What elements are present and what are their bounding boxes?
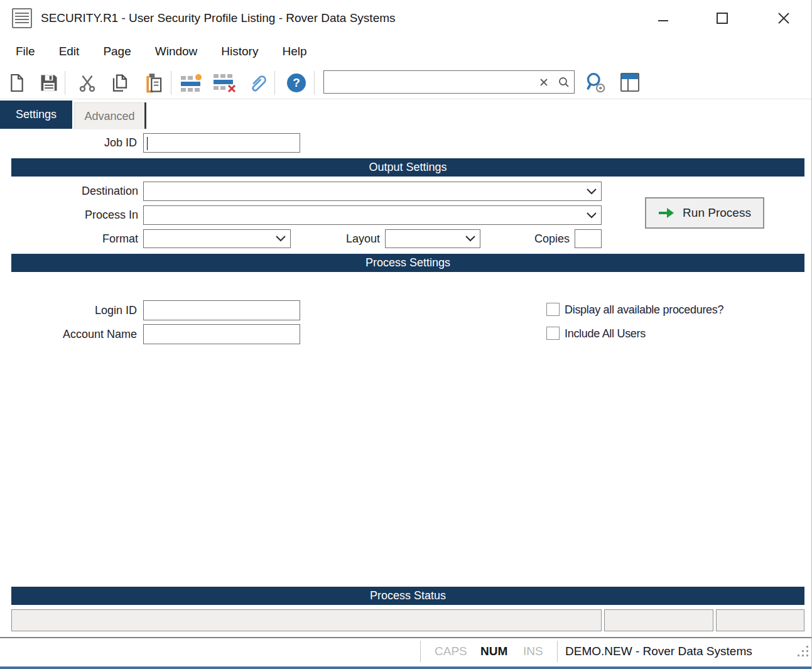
minimize-icon [658,13,669,24]
menu-page[interactable]: Page [103,45,131,58]
run-arrow-icon [658,207,674,219]
format-label: Format [0,229,138,248]
toolbar: ? [0,67,811,99]
process-status-field-3 [716,609,804,631]
tab-settings[interactable]: Settings [0,101,72,129]
resize-grip[interactable] [798,646,808,656]
process-settings-header: Process Settings [11,254,804,272]
cut-icon[interactable] [76,72,99,94]
copies-label: Copies [477,229,570,248]
new-document-icon[interactable] [6,72,28,94]
close-button[interactable] [770,6,798,30]
clear-search-icon[interactable] [534,71,554,93]
maximize-button[interactable] [708,6,736,30]
title-bar: SECURITY.R1 - User Security Profile List… [0,0,811,36]
layout-icon[interactable] [620,73,639,92]
paste-icon[interactable] [143,72,165,94]
close-icon [777,12,790,24]
caps-indicator: CAPS [435,638,467,665]
chevron-down-icon [582,188,601,195]
run-process-label: Run Process [683,206,751,220]
search-input[interactable] [324,71,534,93]
include-all-users-checkbox[interactable] [546,327,560,340]
chevron-down-icon [271,236,290,242]
layout-dropdown[interactable] [385,229,480,248]
window-title: SECURITY.R1 - User Security Profile List… [41,11,396,25]
advanced-search-icon[interactable] [584,72,607,94]
toolbar-separator [274,71,275,95]
copies-field[interactable] [575,229,602,248]
tab-separator [144,102,146,129]
destination-label: Destination [0,182,138,201]
window-bottom-border [0,666,811,669]
menu-help[interactable]: Help [282,45,306,58]
save-icon[interactable] [38,72,60,94]
account-name-label: Account Name [0,324,137,344]
minimize-button[interactable] [649,6,677,30]
process-status-message-field [11,609,602,631]
toolbar-separator [65,71,65,95]
process-status-field-2 [604,609,713,631]
num-indicator: NUM [480,638,507,665]
layout-label: Layout [289,229,380,248]
login-id-label: Login ID [0,300,137,320]
attachment-icon[interactable] [246,72,269,94]
window-document-icon [12,8,32,28]
delete-record-icon[interactable] [214,73,236,92]
include-all-users-label: Include All Users [565,327,646,340]
tab-advanced[interactable]: Advanced [74,102,145,129]
destination-dropdown[interactable] [143,182,602,201]
account-name-field[interactable] [143,324,300,344]
job-id-label: Job ID [0,133,137,153]
chevron-down-icon [582,212,601,219]
statusbar-separator [420,641,421,662]
ins-indicator: INS [523,638,543,665]
add-record-icon[interactable] [181,73,203,92]
display-all-procedures-checkbox[interactable] [546,303,560,316]
copy-icon[interactable] [109,72,131,94]
session-indicator: DEMO.NEW - Rover Data Systems [565,638,752,665]
menu-bar: File Edit Page Window History Help [0,36,811,67]
output-settings-header: Output Settings [11,158,804,177]
search-icon[interactable] [554,71,574,93]
status-bar: CAPS NUM INS DEMO.NEW - Rover Data Syste… [0,638,811,665]
toolbar-search [323,70,575,94]
process-in-label: Process In [0,205,138,225]
run-process-button[interactable]: Run Process [645,197,764,229]
process-in-dropdown[interactable] [143,205,602,225]
text-caret [147,137,148,150]
toolbar-separator [314,71,315,95]
help-icon[interactable]: ? [285,72,308,94]
process-status-header: Process Status [11,587,804,605]
statusbar-separator [557,641,558,662]
display-all-procedures-label: Display all available procedures? [565,303,723,317]
login-id-field[interactable] [143,300,300,320]
menu-history[interactable]: History [221,45,258,58]
maximize-icon [716,12,728,24]
app-window: SECURITY.R1 - User Security Profile List… [0,0,812,669]
job-id-field[interactable] [143,133,300,153]
menu-window[interactable]: Window [155,45,198,58]
toolbar-separator [171,71,171,95]
menu-file[interactable]: File [16,45,35,58]
menu-edit[interactable]: Edit [59,45,80,58]
format-dropdown[interactable] [143,229,291,248]
